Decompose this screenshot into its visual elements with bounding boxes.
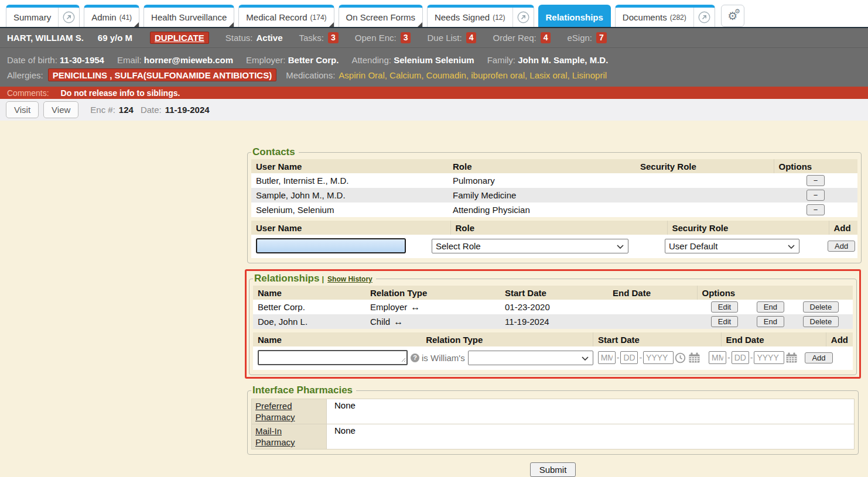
contact-user-name-input[interactable] — [256, 238, 406, 253]
duplicate-flag[interactable]: DUPLICATE — [150, 32, 209, 44]
tab-label: Medical Record — [246, 12, 307, 22]
tasks-badge[interactable]: 3 — [328, 32, 339, 43]
clock-icon[interactable] — [675, 352, 686, 363]
contacts-title: Contacts — [251, 146, 299, 158]
due-list-badge[interactable]: 4 — [466, 32, 477, 43]
start-day-input[interactable] — [620, 351, 638, 364]
delete-relationship-button[interactable]: Delete — [803, 301, 839, 313]
encounter-toolbar: Visit View Enc #: 124 Date: 11-19-2024 — [0, 99, 868, 121]
remove-contact-button[interactable]: − — [807, 190, 825, 201]
gears-icon: ⚙ — [734, 8, 740, 15]
add-header-add: Add — [829, 221, 857, 235]
comments-label: Comments: — [7, 88, 49, 98]
relationships-section: Relationships|Show History Name Relation… — [249, 273, 857, 375]
allergies-label: Allergies: — [7, 70, 43, 80]
tab-label: Summary — [13, 12, 51, 22]
end-year-input[interactable] — [754, 351, 784, 364]
tab-needs-signed[interactable]: Needs Signed(12) — [427, 5, 534, 27]
tab-label: Relationships — [546, 12, 603, 22]
comments-text: Do not release info to siblings. — [61, 88, 180, 98]
esign-badge[interactable]: 7 — [596, 32, 607, 43]
end-relationship-button[interactable]: End — [757, 316, 784, 327]
add-header-security-role: Security Role — [667, 221, 829, 235]
attending-value: Selenium Selenium — [394, 55, 474, 65]
tab-health-surveillance[interactable]: Health Surveillance — [143, 5, 234, 27]
medications-label: Medications: — [286, 70, 335, 80]
contact-role-select[interactable]: Select Role — [432, 239, 628, 253]
contact-security-select[interactable]: User Default — [665, 239, 799, 253]
settings-button[interactable]: ⚙ ⚙ — [721, 5, 744, 27]
tab-count: (41) — [119, 13, 132, 22]
contact-user-name: Sample, John M., M.D. — [251, 188, 448, 203]
start-month-input[interactable] — [598, 351, 616, 364]
tab-documents[interactable]: Documents(282) — [615, 5, 715, 27]
pharmacies-title: Interface Pharmacies — [251, 385, 356, 396]
medications-list[interactable]: Aspirin Oral, Calcium, Coumadin, ibuprof… — [339, 70, 607, 80]
end-day-input[interactable] — [732, 351, 749, 364]
add-contact-button[interactable]: Add — [828, 241, 855, 252]
tab-count: (174) — [310, 13, 327, 22]
submit-button[interactable]: Submit — [530, 462, 576, 477]
add-header-relation-type: Relation Type — [421, 332, 593, 346]
due-list-label: Due List: — [427, 33, 462, 43]
pharmacy-row: Preferred Pharmacy None — [252, 399, 855, 424]
preferred-pharmacy-link[interactable]: Preferred Pharmacy — [255, 401, 295, 422]
order-req-label: Order Req: — [493, 33, 536, 43]
tab-admin[interactable]: Admin(41) — [84, 5, 139, 27]
relationships-title: Relationships — [254, 273, 319, 284]
calendar-icon[interactable] — [688, 352, 700, 363]
possessive-text: is William's — [422, 353, 465, 363]
main-area: Contacts User Name Role Security Role Op… — [0, 121, 868, 477]
col-header-role: Role — [448, 159, 635, 173]
contacts-add-table: User Name Role Security Role Add Select … — [251, 221, 857, 258]
contact-user-name: Butler, Internist E., M.D. — [251, 173, 448, 188]
popout-icon[interactable] — [693, 8, 715, 27]
end-month-input[interactable] — [709, 351, 726, 364]
relation-type-select-wrap — [468, 351, 593, 365]
tab-on-screen-forms[interactable]: On Screen Forms — [339, 5, 423, 27]
relationship-name-input[interactable] — [258, 350, 408, 365]
remove-contact-button[interactable]: − — [807, 204, 825, 215]
tab-label: Admin — [91, 12, 117, 22]
status-value: Active — [256, 33, 282, 43]
edit-relationship-button[interactable]: Edit — [711, 316, 738, 327]
tab-relationships[interactable]: Relationships — [538, 5, 611, 27]
visit-button[interactable]: Visit — [6, 101, 39, 118]
contacts-table: User Name Role Security Role Options But… — [251, 159, 857, 217]
relationship-end-date — [608, 300, 697, 314]
enc-number-value: 124 — [119, 105, 134, 115]
relationship-name: Better Corp. — [253, 300, 365, 314]
dob-value: 11-30-1954 — [60, 55, 104, 65]
add-relationship-button[interactable]: Add — [805, 352, 832, 363]
relationship-name: Doe, John L. — [253, 314, 365, 329]
show-history-link[interactable]: Show History — [327, 275, 373, 283]
tab-label: Needs Signed — [435, 12, 490, 22]
contact-security-role — [635, 188, 774, 203]
enc-date-value: 11-19-2024 — [165, 105, 210, 115]
help-icon[interactable]: ? — [411, 354, 419, 362]
patient-header-bar: HART, WILLIAM S. 69 y/o M DUPLICATE Stat… — [0, 28, 868, 47]
add-header-name: Name — [253, 332, 421, 346]
edit-relationship-button[interactable]: Edit — [711, 301, 738, 313]
end-relationship-button[interactable]: End — [757, 301, 784, 313]
enc-number-label: Enc #: — [90, 105, 115, 115]
remove-contact-button[interactable]: − — [807, 175, 825, 186]
calendar-icon[interactable] — [785, 352, 798, 363]
tab-summary[interactable]: Summary — [6, 5, 80, 27]
allergies-value[interactable]: PENICILLINS , SULFA(SULFONAMIDE ANTIBIOT… — [48, 68, 276, 81]
relationship-start-date: 01-23-2020 — [500, 300, 608, 314]
mail-in-pharmacy-link[interactable]: Mail-In Pharmacy — [255, 426, 295, 447]
tab-medical-record[interactable]: Medical Record(174) — [238, 5, 334, 27]
popout-icon[interactable] — [58, 8, 79, 27]
pharmacies-table: Preferred Pharmacy None Mail-In Pharmacy… — [251, 399, 855, 449]
relation-type-select[interactable] — [468, 351, 593, 365]
status-label: Status: — [225, 33, 253, 43]
open-enc-badge[interactable]: 3 — [401, 32, 411, 43]
start-year-input[interactable] — [643, 351, 674, 364]
delete-relationship-button[interactable]: Delete — [803, 316, 839, 327]
patient-name: HART, WILLIAM S. — [7, 33, 84, 43]
order-req-badge[interactable]: 4 — [541, 32, 551, 43]
popout-icon[interactable] — [512, 8, 534, 27]
view-button[interactable]: View — [43, 101, 78, 118]
col-header-end-date: End Date — [608, 286, 697, 300]
